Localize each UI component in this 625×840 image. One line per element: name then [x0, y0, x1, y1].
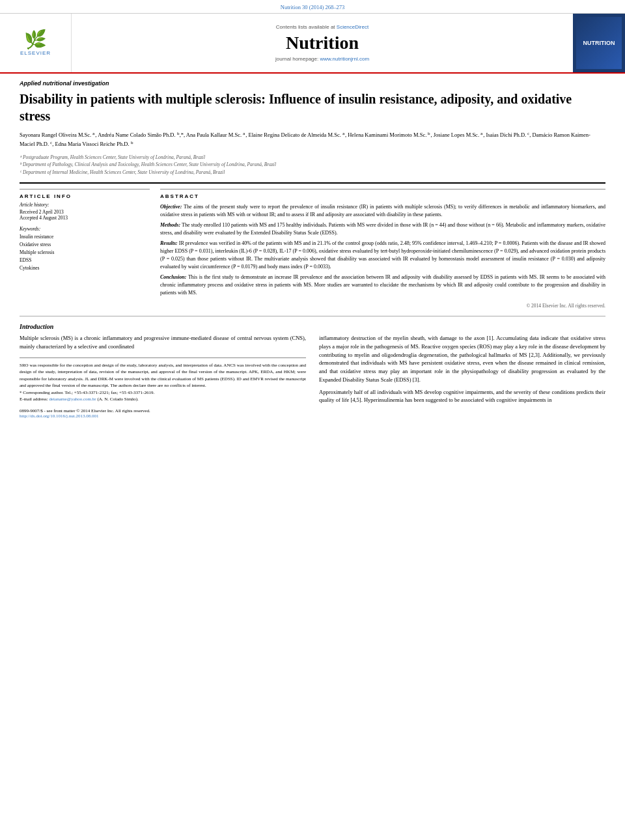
contents-availability: Contents lists available at ScienceDirec…	[276, 24, 368, 30]
footer-issn: 0899-9007/$ - see front matter © 2014 El…	[20, 408, 306, 413]
intro-left-text: Multiple sclerosis (MS) is a chronic inf…	[20, 334, 306, 351]
results-label: Results:	[160, 240, 178, 246]
affiliation-c: ᶜ Department of Internal Medicine, Healt…	[20, 169, 605, 176]
affiliation-b: ᵇ Department of Pathology, Clinical Anal…	[20, 161, 605, 168]
footer-doi[interactable]: http://dx.doi.org/10.1016/j.nut.2013.08.…	[20, 413, 306, 419]
nutrition-logo-image: NUTRITION	[576, 17, 622, 69]
affiliation-a: ᵃ Postgraduate Program, Health Sciences …	[20, 154, 605, 161]
abstract-conclusion: Conclusion: This is the first study to d…	[160, 273, 605, 297]
article-info-col: ARTICLE INFO Article history: Received 2…	[20, 189, 150, 309]
conclusion-label: Conclusion:	[160, 274, 186, 280]
intro-para-right-1: inflammatory destruction of the myelin s…	[319, 334, 605, 384]
email-label: E-mail address:	[20, 397, 48, 402]
copyright-notice: © 2014 Elsevier Inc. All rights reserved…	[160, 302, 605, 309]
intro-two-col: Multiple sclerosis (MS) is a chronic inf…	[20, 334, 605, 419]
article-title: Disability in patients with multiple scl…	[20, 91, 605, 124]
email-name: (A. N. Colado Simão).	[97, 397, 138, 402]
elsevier-brand-text: ELSEVIER	[20, 50, 51, 56]
keyword-2: Oxidative stress	[20, 241, 150, 249]
abstract-results: Results: IR prevalence was verified in 4…	[160, 240, 605, 271]
footnote-section: SRO was responsible for the conception a…	[20, 357, 306, 403]
objective-text: The aims of the present study were to re…	[160, 204, 605, 217]
nutrition-logo-right: NUTRITION	[573, 14, 625, 72]
keyword-3: Multiple sclerosis	[20, 249, 150, 257]
main-content: Applied nutritional investigation Disabi…	[0, 74, 625, 425]
header-divider	[20, 182, 605, 184]
email-address[interactable]: deianarne@yahoo.com.br	[49, 397, 96, 402]
intro-para-right-2: Approximately half of all individuals wi…	[319, 388, 605, 405]
introduction-title: Introduction	[20, 323, 605, 330]
abstract-objective: Objective: The aims of the present study…	[160, 203, 605, 219]
elsevier-tree-icon: 🌿	[24, 31, 47, 49]
journal-homepage: journal homepage: www.nutritionjrnl.com	[275, 56, 369, 62]
conclusion-text: This is the first study to demonstrate a…	[160, 274, 605, 296]
journal-title: Nutrition	[286, 33, 359, 53]
footer-info: 0899-9007/$ - see front matter © 2014 El…	[20, 408, 306, 419]
authors-text: Sayonara Rangel Oliveira M.Sc. ᵃ, Andréa…	[20, 132, 590, 147]
article-info-box: ARTICLE INFO Article history: Received 2…	[20, 189, 150, 221]
intro-right-text: inflammatory destruction of the myelin s…	[319, 334, 605, 404]
abstract-text: Objective: The aims of the present study…	[160, 203, 605, 309]
sciencedirect-link[interactable]: ScienceDirect	[337, 24, 368, 30]
elsevier-logo-image: 🌿 ELSEVIER	[10, 27, 62, 59]
elsevier-logo: 🌿 ELSEVIER	[0, 14, 72, 72]
journal-header: 🌿 ELSEVIER Contents lists available at S…	[0, 14, 625, 74]
journal-ref-text: Nutrition 30 (2014) 268–273	[281, 4, 344, 10]
section-divider	[20, 316, 605, 316]
keywords-label: Keywords:	[20, 226, 150, 232]
introduction-section: Introduction Multiple sclerosis (MS) is …	[20, 323, 605, 419]
article-body: ARTICLE INFO Article history: Received 2…	[20, 189, 605, 309]
methods-label: Methods:	[160, 222, 180, 228]
corresponding-text: * Corresponding author. Tel.; +55-43-337…	[20, 390, 154, 395]
accepted-date: Accepted 4 August 2013	[20, 215, 150, 221]
methods-text: The study enrolled 110 patients with MS …	[160, 222, 605, 236]
intro-para-1: Multiple sclerosis (MS) is a chronic inf…	[20, 334, 306, 351]
affiliations: ᵃ Postgraduate Program, Health Sciences …	[20, 154, 605, 176]
article-type: Applied nutritional investigation	[20, 80, 605, 87]
article-history-label: Article history:	[20, 202, 150, 208]
abstract-col: ABSTRACT Objective: The aims of the pres…	[160, 189, 605, 309]
keyword-4: EDSS	[20, 257, 150, 264]
objective-label: Objective:	[160, 204, 182, 210]
footnote-corresponding: * Corresponding author. Tel.; +55-43-337…	[20, 389, 306, 397]
results-text: IR prevalence was verified in 40% of the…	[160, 240, 605, 270]
keyword-1: Insulin resistance	[20, 233, 150, 241]
page: Nutrition 30 (2014) 268–273 🌿 ELSEVIER C…	[0, 0, 625, 840]
abstract-methods: Methods: The study enrolled 110 patients…	[160, 221, 605, 237]
article-info-header: ARTICLE INFO	[20, 193, 150, 199]
journal-header-center: Contents lists available at ScienceDirec…	[72, 14, 573, 72]
received-date: Received 2 April 2013	[20, 209, 150, 215]
footnote-email: E-mail address: deianarne@yahoo.com.br (…	[20, 396, 306, 403]
abstract-header: ABSTRACT	[160, 189, 605, 199]
keyword-5: Cytokines	[20, 264, 150, 272]
authors: Sayonara Rangel Oliveira M.Sc. ᵃ, Andréa…	[20, 131, 605, 148]
journal-reference-bar: Nutrition 30 (2014) 268–273	[0, 0, 625, 14]
keywords-section: Keywords: Insulin resistance Oxidative s…	[20, 226, 150, 272]
intro-right-col: inflammatory destruction of the myelin s…	[319, 334, 605, 419]
intro-left-col: Multiple sclerosis (MS) is a chronic inf…	[20, 334, 306, 419]
footnote-text: SRO was responsible for the conception a…	[20, 362, 306, 389]
journal-homepage-url[interactable]: www.nutritionjrnl.com	[320, 56, 369, 62]
